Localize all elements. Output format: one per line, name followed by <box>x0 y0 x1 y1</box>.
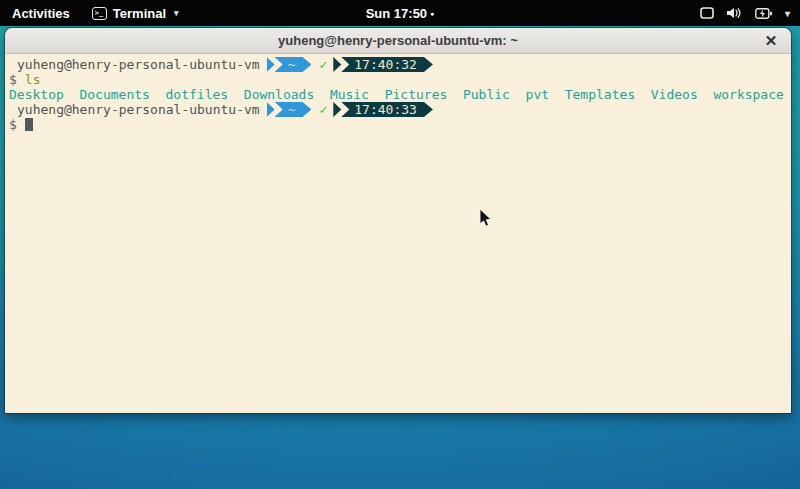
shell-prompt: $ <box>9 117 17 132</box>
command-line: $ ls <box>9 72 787 87</box>
powerline-arrow-icon <box>267 102 275 117</box>
prompt-time: 17:40:32 <box>341 57 433 72</box>
powerline-time-segment: 17:40:32 <box>333 57 433 72</box>
prompt-path: ~ <box>275 57 312 72</box>
chevron-down-icon: ▾ <box>174 8 179 18</box>
terminal-window: yuheng@henry-personal-ubuntu-vm: ~ ✕ yuh… <box>5 28 791 413</box>
prompt-line-1: yuheng@henry-personal-ubuntu-vm ~ ✓ 17:4… <box>9 57 787 72</box>
prompt-path: ~ <box>275 102 312 117</box>
ls-output-line: Desktop Documents dotfiles Downloads Mus… <box>9 87 787 102</box>
battery-charging-icon <box>755 8 772 19</box>
app-menu-label: Terminal <box>113 6 166 21</box>
prompt-host: yuheng@henry-personal-ubuntu-vm <box>9 57 260 72</box>
directory-list: Desktop Documents dotfiles Downloads Mus… <box>9 87 784 102</box>
system-status-area[interactable]: ▾ <box>690 0 800 26</box>
window-title: yuheng@henry-personal-ubuntu-vm: ~ <box>5 33 791 48</box>
prompt-line-2: yuheng@henry-personal-ubuntu-vm ~ ✓ 17:4… <box>9 102 787 117</box>
powerline-path-segment: ~ <box>267 57 312 72</box>
app-menu-terminal[interactable]: >_ Terminal ▾ <box>82 0 189 26</box>
volume-icon <box>727 7 742 19</box>
chevron-down-icon: ▾ <box>785 8 790 19</box>
input-line: $ <box>9 117 787 132</box>
typed-command: ls <box>25 72 41 87</box>
powerline-arrow-icon <box>333 57 341 72</box>
powerline-arrow-icon <box>267 57 275 72</box>
terminal-pane[interactable]: yuheng@henry-personal-ubuntu-vm ~ ✓ 17:4… <box>5 54 791 413</box>
close-button[interactable]: ✕ <box>759 28 783 54</box>
notification-dot-icon: ● <box>430 10 434 17</box>
prompt-time: 17:40:33 <box>341 102 433 117</box>
window-titlebar[interactable]: yuheng@henry-personal-ubuntu-vm: ~ ✕ <box>5 28 791 54</box>
powerline-path-segment: ~ <box>267 102 312 117</box>
mouse-pointer-icon <box>479 208 493 228</box>
gnome-top-bar: Activities >_ Terminal ▾ Sun 17:50 ● ▾ <box>0 0 800 26</box>
terminal-app-icon: >_ <box>92 7 107 20</box>
desktop: Activities >_ Terminal ▾ Sun 17:50 ● ▾ <box>0 0 800 489</box>
display-icon <box>700 7 714 19</box>
check-icon: ✓ <box>319 57 327 72</box>
check-icon: ✓ <box>319 102 327 117</box>
activities-button[interactable]: Activities <box>0 0 82 26</box>
powerline-arrow-icon <box>333 102 341 117</box>
clock-label: Sun 17:50 <box>366 6 427 21</box>
prompt-host: yuheng@henry-personal-ubuntu-vm <box>9 102 260 117</box>
powerline-time-segment: 17:40:33 <box>333 102 433 117</box>
text-cursor <box>25 118 33 131</box>
shell-prompt: $ <box>9 72 17 87</box>
